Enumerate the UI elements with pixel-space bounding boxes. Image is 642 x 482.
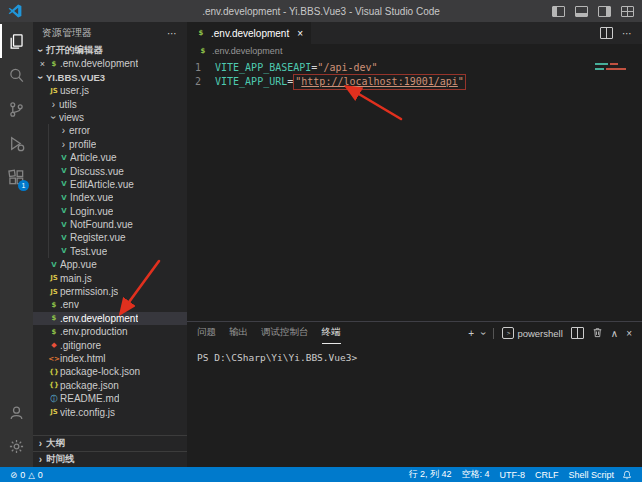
status-encoding[interactable]: UTF-8	[495, 470, 529, 480]
timeline-label: 时间线	[46, 453, 75, 466]
close-icon[interactable]: ×	[297, 28, 303, 39]
tree-item-Login.vue[interactable]: VLogin.vue	[33, 205, 187, 218]
tree-item-main.js[interactable]: JSmain.js	[33, 271, 187, 284]
tree-item-App.vue[interactable]: VApp.vue	[33, 258, 187, 271]
account-icon[interactable]	[0, 395, 33, 429]
quote: "	[458, 76, 464, 87]
tree-item-.env.production[interactable]: $.env.production	[33, 325, 187, 338]
env-file-icon: $	[197, 47, 209, 55]
search-icon[interactable]	[0, 58, 33, 92]
file-name: package.json	[60, 380, 119, 391]
code-editor[interactable]: 1VITE_APP_BASEAPI="/api-dev" 2VITE_APP_U…	[187, 58, 642, 321]
tree-item-user.js[interactable]: JSuser.js	[33, 84, 187, 97]
tree-item-Article.vue[interactable]: VArticle.vue	[33, 151, 187, 164]
indent-guide	[48, 231, 58, 244]
file-name: views	[59, 112, 84, 123]
status-eol[interactable]: CRLF	[531, 470, 563, 480]
sidebar-bottom-sections: › 大纲 › 时间线	[33, 435, 187, 467]
extensions-icon[interactable]: 1	[0, 160, 33, 194]
minimap[interactable]	[595, 63, 637, 70]
status-cursor-position[interactable]: 行 2, 列 42	[404, 468, 455, 481]
indent-guide	[39, 285, 48, 298]
explorer-icon[interactable]	[0, 24, 33, 58]
git-file-icon: ◆	[48, 341, 60, 349]
more-actions-icon[interactable]: ⋯	[167, 28, 178, 39]
terminal-dropdown-icon[interactable]: ›	[478, 331, 489, 334]
panel-tab-terminal[interactable]: 终端	[322, 322, 341, 344]
env-file-icon: $	[48, 60, 60, 68]
breadcrumb[interactable]: $ .env.development	[187, 44, 642, 58]
split-editor-icon[interactable]	[600, 27, 613, 39]
minimap-line	[595, 63, 637, 65]
tree-item-Discuss.vue[interactable]: VDiscuss.vue	[33, 164, 187, 177]
open-editor-name: .env.development	[60, 58, 138, 69]
file-name: EditArticle.vue	[70, 179, 134, 190]
indent-guide	[48, 151, 58, 164]
new-terminal-icon[interactable]: +	[468, 328, 474, 339]
vue-file-icon: V	[58, 167, 70, 175]
close-panel-icon[interactable]: ×	[626, 328, 632, 339]
customize-layout-icon[interactable]	[621, 6, 634, 17]
open-editors-header[interactable]: › 打开的编辑器	[33, 44, 187, 57]
tree-item-views[interactable]: ›views	[33, 111, 187, 124]
tree-item-README.md[interactable]: ⓘREADME.md	[33, 392, 187, 405]
tab-env-development[interactable]: $ .env.development ×	[187, 22, 311, 44]
toggle-secondary-sidebar-icon[interactable]	[598, 6, 611, 17]
tree-item-vite.config.js[interactable]: JSvite.config.js	[33, 405, 187, 418]
indent-guide	[48, 191, 58, 204]
tree-item-Test.vue[interactable]: VTest.vue	[33, 245, 187, 258]
indent-guide	[39, 325, 48, 338]
source-control-icon[interactable]	[0, 92, 33, 126]
tree-item-Register.vue[interactable]: VRegister.vue	[33, 231, 187, 244]
split-terminal-icon[interactable]	[571, 327, 584, 339]
problems-status[interactable]: ⊘ 0 △ 0	[6, 470, 47, 480]
panel-tab-problems[interactable]: 问题	[197, 322, 216, 344]
chevron-down-icon: ›	[48, 112, 59, 123]
tree-item-index.html[interactable]: <>index.html	[33, 352, 187, 365]
tree-item-profile[interactable]: ›profile	[33, 138, 187, 151]
indent-guide	[39, 312, 48, 325]
toggle-panel-icon[interactable]	[575, 6, 588, 17]
tree-item-.env[interactable]: $.env	[33, 298, 187, 311]
tree-item-error[interactable]: ›error	[33, 124, 187, 137]
toggle-sidebar-icon[interactable]	[552, 6, 565, 17]
terminal-profile-select[interactable]: > powershell	[502, 327, 562, 339]
tree-item-.env.development[interactable]: $.env.development	[33, 312, 187, 325]
tree-item-package-lock.json[interactable]: {}package-lock.json	[33, 365, 187, 378]
timeline-header[interactable]: › 时间线	[33, 451, 187, 467]
sidebar-header: 资源管理器 ⋯	[33, 22, 187, 44]
kill-terminal-icon[interactable]	[592, 327, 603, 340]
file-name: .env.development	[60, 313, 138, 324]
tree-item-permission.js[interactable]: JSpermission.js	[33, 285, 187, 298]
file-tree: JSuser.js›utils›views›error›profileVArti…	[33, 84, 187, 419]
project-root-label: YI.BBS.VUE3	[46, 72, 105, 83]
bottom-panel: 问题输出调试控制台终端 + › > powershell ∧	[187, 321, 642, 467]
terminal-content[interactable]: PS D:\CSharp\Yi\Yi.BBS.Vue3>	[187, 344, 642, 467]
tree-item-NotFound.vue[interactable]: VNotFound.vue	[33, 218, 187, 231]
tree-item-EditArticle.vue[interactable]: VEditArticle.vue	[33, 178, 187, 191]
run-debug-icon[interactable]	[0, 126, 33, 160]
panel-tab-debug-console[interactable]: 调试控制台	[261, 322, 309, 344]
status-language-mode[interactable]: Shell Script	[564, 470, 618, 480]
more-actions-icon[interactable]: ⋯	[622, 28, 633, 39]
outline-header[interactable]: › 大纲	[33, 435, 187, 451]
panel-tab-output[interactable]: 输出	[229, 322, 248, 344]
error-icon: ⊘	[10, 470, 17, 480]
env-file-icon: $	[195, 29, 207, 37]
maximize-panel-icon[interactable]: ∧	[611, 328, 618, 339]
env-value-link[interactable]: http://localhost:19001/api	[301, 76, 458, 87]
indent-guide	[39, 258, 48, 271]
open-editor-item[interactable]: × $ .env.development	[33, 57, 187, 70]
status-indentation[interactable]: 空格: 4	[457, 468, 493, 481]
tree-item-.gitignore[interactable]: ◆.gitignore	[33, 338, 187, 351]
vscode-window: .env.development - Yi.BBS.Vue3 - Visual …	[0, 0, 642, 482]
notifications-bell-icon[interactable]	[618, 470, 636, 480]
tree-item-utils[interactable]: ›utils	[33, 97, 187, 110]
indent-guide	[39, 138, 48, 151]
close-icon[interactable]: ×	[37, 59, 48, 69]
project-root-header[interactable]: › YI.BBS.VUE3	[33, 70, 187, 84]
tree-item-package.json[interactable]: {}package.json	[33, 379, 187, 392]
annotation-box: "http://localhost:19001/api"	[293, 74, 466, 90]
tree-item-Index.vue[interactable]: VIndex.vue	[33, 191, 187, 204]
settings-gear-icon[interactable]	[0, 429, 33, 463]
